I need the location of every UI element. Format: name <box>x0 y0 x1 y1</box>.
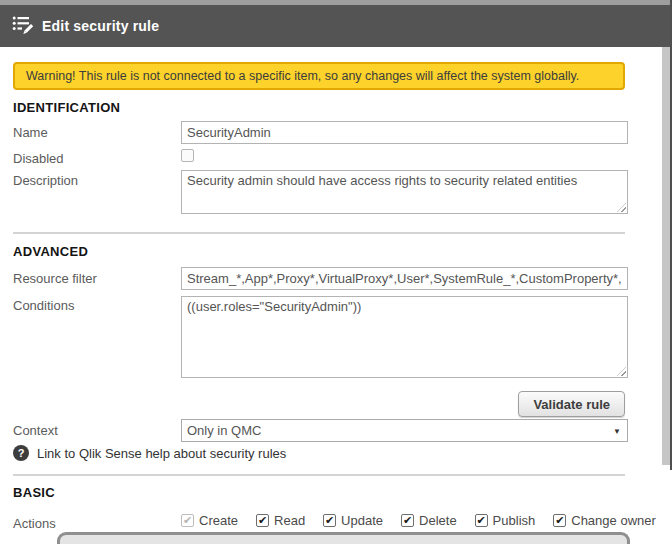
description-textarea[interactable]: Security admin should have access rights… <box>181 170 628 214</box>
check-icon: ✔ <box>555 515 564 526</box>
section-divider <box>13 232 625 234</box>
checkbox-checked[interactable]: ✔ <box>553 514 566 527</box>
action-checkbox-publish[interactable]: ✔ Publish <box>475 513 536 528</box>
checkbox-checked-disabled[interactable]: ✔ <box>181 514 194 527</box>
check-icon: ✔ <box>403 515 412 526</box>
checkbox-checked[interactable]: ✔ <box>256 514 269 527</box>
dialog-titlebar: Edit security rule <box>0 5 670 47</box>
name-label: Name <box>13 125 48 140</box>
edit-rule-icon <box>12 14 34 38</box>
check-icon: ✔ <box>477 515 486 526</box>
footer-panel-top <box>57 532 630 544</box>
name-input[interactable] <box>181 121 628 144</box>
check-icon: ✔ <box>325 515 334 526</box>
global-warning-banner: Warning! This rule is not connected to a… <box>13 62 625 90</box>
checkbox-checked[interactable]: ✔ <box>401 514 414 527</box>
disabled-label: Disabled <box>13 151 64 166</box>
check-icon: ✔ <box>258 515 267 526</box>
section-heading-basic: BASIC <box>13 485 55 500</box>
conditions-label: Conditions <box>13 298 74 313</box>
resource-filter-input[interactable] <box>181 267 628 290</box>
action-checkbox-delete[interactable]: ✔ Delete <box>401 513 457 528</box>
validate-rule-button[interactable]: Validate rule <box>518 391 625 417</box>
actions-label: Actions <box>13 516 56 531</box>
context-selected-value: Only in QMC <box>187 423 261 438</box>
action-checkbox-create[interactable]: ✔ Create <box>181 513 238 528</box>
check-icon: ✔ <box>183 515 192 526</box>
actions-checkbox-group: ✔ Create ✔ Read ✔ Update ✔ Delete ✔ Publ… <box>181 513 656 528</box>
help-link-text: Link to Qlik Sense help about security r… <box>37 446 286 461</box>
dialog-title: Edit security rule <box>42 18 159 34</box>
help-link[interactable]: ? Link to Qlik Sense help about security… <box>13 445 286 461</box>
checkbox-checked[interactable]: ✔ <box>323 514 336 527</box>
chevron-down-icon: ▼ <box>613 427 621 436</box>
context-select[interactable]: Only in QMC ▼ <box>181 419 628 442</box>
section-heading-identification: IDENTIFICATION <box>13 100 120 115</box>
resource-filter-label: Resource filter <box>13 271 97 286</box>
conditions-textarea[interactable]: ((user.roles="SecurityAdmin")) <box>181 296 628 378</box>
action-checkbox-change-owner[interactable]: ✔ Change owner <box>553 513 656 528</box>
vertical-scrollbar-thumb[interactable] <box>662 47 670 465</box>
action-checkbox-update[interactable]: ✔ Update <box>323 513 383 528</box>
action-checkbox-read[interactable]: ✔ Read <box>256 513 305 528</box>
section-heading-advanced: ADVANCED <box>13 244 88 259</box>
section-divider <box>13 474 625 476</box>
checkbox-checked[interactable]: ✔ <box>475 514 488 527</box>
warning-text: Warning! This rule is not connected to a… <box>26 69 579 83</box>
help-icon: ? <box>13 445 29 461</box>
context-label: Context <box>13 423 58 438</box>
edit-security-rule-dialog: Edit security rule Warning! This rule is… <box>0 0 672 544</box>
description-label: Description <box>13 173 78 188</box>
disabled-checkbox[interactable] <box>181 149 194 162</box>
